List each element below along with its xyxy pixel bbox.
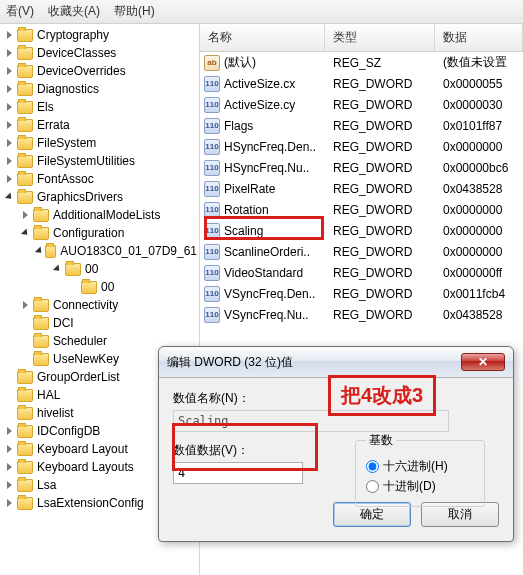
binary-icon: 110	[204, 160, 220, 176]
expander-icon[interactable]	[4, 480, 15, 491]
list-row[interactable]: 110HSyncFreq.Nu..REG_DWORD0x00000bc6	[200, 157, 523, 178]
expander-icon[interactable]	[20, 210, 31, 221]
list-row[interactable]: 110VSyncFreq.Nu..REG_DWORD0x0438528	[200, 304, 523, 325]
string-icon: ab	[204, 55, 220, 71]
column-name[interactable]: 名称	[200, 24, 325, 51]
expander-icon[interactable]	[4, 156, 15, 167]
binary-icon: 110	[204, 97, 220, 113]
radio-hex-label[interactable]: 十六进制(H)	[383, 458, 448, 475]
expander-icon[interactable]	[4, 498, 15, 509]
expander-icon[interactable]	[4, 444, 15, 455]
tree-item[interactable]: FileSystemUtilities	[0, 152, 199, 170]
tree-label: GroupOrderList	[37, 370, 120, 384]
list-row[interactable]: 110FlagsREG_DWORD0x0101ff87	[200, 115, 523, 136]
value-name: Flags	[224, 119, 253, 133]
list-row[interactable]: 110VideoStandardREG_DWORD0x000000ff	[200, 262, 523, 283]
tree-item[interactable]: Connectivity	[0, 296, 199, 314]
expander-icon[interactable]	[20, 300, 31, 311]
folder-icon	[17, 425, 33, 438]
list-row[interactable]: 110VSyncFreq.Den..REG_DWORD0x0011fcb4	[200, 283, 523, 304]
radio-hex[interactable]	[366, 460, 379, 473]
list-row[interactable]: ab(默认)REG_SZ(数值未设置	[200, 52, 523, 73]
value-data: 0x0000000	[435, 203, 523, 217]
tree-label: UseNewKey	[53, 352, 119, 366]
radio-dec-label[interactable]: 十进制(D)	[383, 478, 436, 495]
value-data: 0x0011fcb4	[435, 287, 523, 301]
menu-view[interactable]: 看(V)	[6, 3, 34, 20]
expander-icon	[4, 390, 15, 401]
list-row[interactable]: 110ScanlineOrderi..REG_DWORD0x0000000	[200, 241, 523, 262]
value-type: REG_DWORD	[325, 98, 435, 112]
menu-help[interactable]: 帮助(H)	[114, 3, 155, 20]
expander-icon[interactable]	[4, 120, 15, 131]
expander-icon[interactable]	[4, 30, 15, 41]
binary-icon: 110	[204, 76, 220, 92]
close-button[interactable]: ✕	[461, 353, 505, 371]
binary-icon: 110	[204, 265, 220, 281]
expander-icon[interactable]	[4, 192, 15, 203]
value-type: REG_DWORD	[325, 182, 435, 196]
tree-label: AdditionalModeLists	[53, 208, 160, 222]
tree-label: FontAssoc	[37, 172, 94, 186]
expander-icon[interactable]	[20, 228, 31, 239]
radio-dec[interactable]	[366, 480, 379, 493]
value-type: REG_DWORD	[325, 140, 435, 154]
value-type: REG_DWORD	[325, 245, 435, 259]
list-row[interactable]: 110HSyncFreq.Den..REG_DWORD0x0000000	[200, 136, 523, 157]
tree-item[interactable]: Errata	[0, 116, 199, 134]
expander-icon[interactable]	[4, 84, 15, 95]
binary-icon: 110	[204, 307, 220, 323]
value-data: 0x00000bc6	[435, 161, 523, 175]
value-data: 0x0438528	[435, 308, 523, 322]
value-data: 0x000000ff	[435, 266, 523, 280]
value-name: HSyncFreq.Den..	[224, 140, 316, 154]
list-row[interactable]: 110ActiveSize.cxREG_DWORD0x0000055	[200, 73, 523, 94]
binary-icon: 110	[204, 244, 220, 260]
value-type: REG_DWORD	[325, 203, 435, 217]
tree-item[interactable]: Cryptography	[0, 26, 199, 44]
folder-icon	[17, 137, 33, 150]
expander-icon[interactable]	[52, 264, 63, 275]
expander-icon[interactable]	[4, 102, 15, 113]
tree-item[interactable]: DeviceOverrides	[0, 62, 199, 80]
expander-icon[interactable]	[4, 138, 15, 149]
tree-item[interactable]: FileSystem	[0, 134, 199, 152]
tree-item[interactable]: GraphicsDrivers	[0, 188, 199, 206]
expander-icon[interactable]	[4, 426, 15, 437]
expander-icon[interactable]	[4, 66, 15, 77]
tree-item[interactable]: AdditionalModeLists	[0, 206, 199, 224]
expander-icon[interactable]	[4, 174, 15, 185]
value-type: REG_DWORD	[325, 266, 435, 280]
folder-icon	[17, 461, 33, 474]
tree-item[interactable]: Diagnostics	[0, 80, 199, 98]
column-data[interactable]: 数据	[435, 24, 523, 51]
column-type[interactable]: 类型	[325, 24, 435, 51]
expander-icon[interactable]	[36, 246, 43, 257]
expander-icon[interactable]	[4, 48, 15, 59]
tree-item[interactable]: DCI	[0, 314, 199, 332]
tree-item[interactable]: DeviceClasses	[0, 44, 199, 62]
folder-icon	[17, 497, 33, 510]
value-type: REG_DWORD	[325, 77, 435, 91]
tree-item[interactable]: AUO183C0_01_07D9_61	[0, 242, 199, 260]
folder-icon	[33, 209, 49, 222]
tree-item[interactable]: FontAssoc	[0, 170, 199, 188]
tree-item[interactable]: Els	[0, 98, 199, 116]
tree-label: DCI	[53, 316, 74, 330]
list-row[interactable]: 110ActiveSize.cyREG_DWORD0x0000030	[200, 94, 523, 115]
tree-label: hivelist	[37, 406, 74, 420]
expander-icon	[20, 354, 31, 365]
menu-favorites[interactable]: 收藏夹(A)	[48, 3, 100, 20]
list-row[interactable]: 110PixelRateREG_DWORD0x0438528	[200, 178, 523, 199]
tree-label: DeviceClasses	[37, 46, 116, 60]
tree-item[interactable]: Configuration	[0, 224, 199, 242]
list-row[interactable]: 110ScalingREG_DWORD0x0000000	[200, 220, 523, 241]
tree-item[interactable]: 00	[0, 278, 199, 296]
data-field[interactable]	[173, 462, 303, 484]
expander-icon[interactable]	[4, 462, 15, 473]
dialog-titlebar[interactable]: 编辑 DWORD (32 位)值 ✕	[159, 347, 513, 378]
value-data: 0x0000000	[435, 224, 523, 238]
tree-item[interactable]: 00	[0, 260, 199, 278]
list-row[interactable]: 110RotationREG_DWORD0x0000000	[200, 199, 523, 220]
binary-icon: 110	[204, 286, 220, 302]
